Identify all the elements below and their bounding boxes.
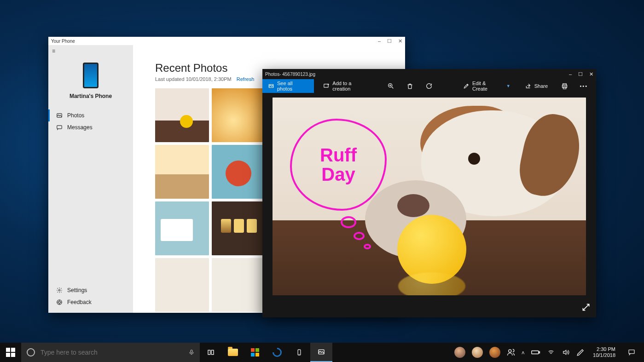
svg-rect-11 [191,350,192,353]
photo-thumb[interactable] [155,201,209,255]
photo-image: RuffDay [273,98,586,295]
expand-icon [581,303,591,312]
people-avatar[interactable] [472,347,483,358]
folder-icon [228,349,238,356]
clock-date: 10/1/2018 [593,352,615,358]
windows-icon [6,348,15,357]
close-button[interactable]: ✕ [589,71,593,77]
svg-rect-19 [629,350,634,354]
window-controls: – ☐ ✕ [569,71,593,77]
edit-create-button[interactable]: Edit & Create ▼ [458,79,516,93]
sidebar-item-label: Feedback [67,299,92,305]
maximize-button[interactable]: ☐ [387,38,392,44]
clock[interactable]: 2:30 PM 10/1/2018 [591,346,617,358]
svg-rect-13 [211,350,214,354]
clock-time: 2:30 PM [593,346,615,352]
photo-thumb[interactable] [212,258,266,312]
svg-point-3 [58,301,61,304]
file-explorer-button[interactable] [222,343,244,362]
rotate-icon [425,82,433,90]
taskbar: ʌ 2:30 PM 10/1/2018 [0,343,644,362]
photo-thumb[interactable] [212,201,266,255]
cortana-icon [27,348,35,356]
photos-icon [56,112,63,119]
share-button[interactable]: Share [520,79,553,93]
battery-icon[interactable] [531,350,540,355]
add-photo-icon [323,83,330,89]
wifi-icon[interactable] [547,349,555,356]
edit-create-label: Edit & Create [472,80,502,92]
volume-icon[interactable] [562,349,570,356]
chevron-down-icon: ▼ [506,84,511,88]
microsoft-store-button[interactable] [244,343,266,362]
your-phone-titlebar[interactable]: Your Phone – ☐ ✕ [48,37,405,45]
sidebar-item-photos[interactable]: Photos [48,109,133,121]
hamburger-icon[interactable]: ≡ [48,45,133,57]
sidebar-bottom: Settings Feedback [48,284,133,308]
more-icon: ••• [580,83,588,89]
fullscreen-button[interactable] [580,301,592,314]
ink-annotation: RuffDay [290,119,387,211]
refresh-link[interactable]: Refresh [237,76,255,82]
see-all-photos-button[interactable]: See all photos [262,79,314,93]
maximize-button[interactable]: ☐ [578,71,583,77]
sidebar-item-settings[interactable]: Settings [48,284,133,296]
your-phone-title: Your Phone [51,39,75,44]
photo-thumb[interactable] [212,145,266,199]
photos-viewer-window: Photos- 4567890123.jpg – ☐ ✕ See all pho… [262,69,596,317]
search-box[interactable] [21,343,183,362]
svg-rect-18 [539,351,540,353]
rotate-button[interactable] [421,79,436,93]
gear-icon [56,287,63,293]
more-button[interactable]: ••• [576,79,592,93]
sidebar-item-label: Messages [67,124,93,131]
collection-icon [268,83,274,89]
your-phone-sidebar: ≡ Martina's Phone Photos Messages [48,45,133,313]
messages-icon [56,124,63,131]
mic-button[interactable] [183,343,200,362]
photo-thumb[interactable] [155,145,209,199]
action-center-button[interactable] [624,343,639,362]
photo-thumb[interactable] [155,258,209,312]
people-avatar[interactable] [489,347,500,358]
photos-icon [317,348,325,356]
task-view-button[interactable] [200,343,222,362]
mic-icon [188,348,195,356]
zoom-icon [387,82,395,90]
svg-rect-17 [532,351,539,354]
sidebar-item-messages[interactable]: Messages [48,121,133,133]
minimize-button[interactable]: – [569,71,572,77]
add-creation-label: Add to a creation [332,80,370,92]
delete-button[interactable] [402,79,417,93]
edge-button[interactable] [266,343,288,362]
start-button[interactable] [0,343,21,362]
photos-title: Photos- 4567890123.jpg [265,72,315,77]
photos-titlebar[interactable]: Photos- 4567890123.jpg – ☐ ✕ [262,69,596,79]
ink-workspace-icon[interactable] [576,348,585,356]
zoom-button[interactable] [383,79,398,93]
add-to-creation-button[interactable]: Add to a creation [318,79,376,93]
edit-icon [463,83,470,89]
photo-thumb[interactable] [212,88,266,142]
people-button[interactable] [507,348,515,356]
svg-rect-12 [208,350,210,354]
photo-thumb[interactable] [155,88,209,142]
print-icon [561,83,568,90]
sidebar-item-feedback[interactable]: Feedback [48,296,133,308]
sidebar-item-label: Photos [67,112,84,119]
your-phone-taskbar-button[interactable] [288,343,310,362]
sidebar-nav: Photos Messages [48,109,133,133]
taskbar-apps [200,343,332,362]
annotation-text: RuffDay [320,145,357,184]
close-button[interactable]: ✕ [398,38,402,44]
print-button[interactable] [557,79,572,93]
feedback-icon [56,299,63,305]
photos-taskbar-button[interactable] [310,343,332,362]
minimize-button[interactable]: – [378,38,381,44]
see-all-photos-label: See all photos [277,80,308,92]
tray-overflow-button[interactable]: ʌ [522,350,525,356]
photo-viewport[interactable]: RuffDay [262,93,596,317]
people-avatar[interactable] [454,347,465,358]
search-input[interactable] [41,349,178,356]
phone-illustration: Martina's Phone [48,63,133,99]
